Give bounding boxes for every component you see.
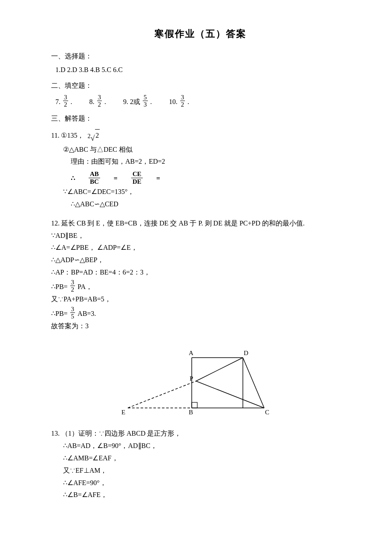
p11-reason: 理由：由图可知，AB=2，ED=2 (71, 156, 349, 168)
fill-item-8: 8. 3 2 . (89, 94, 107, 108)
fill-item-9: 9. 2或 5 3 . (123, 94, 152, 108)
section1-answers: 1.D 2.D 3.B 4.B 5.C 6.C (55, 64, 349, 76)
problem-12: 12. 延长 CB 到 E，使 EB=CB，连接 DE 交 AB 于 P. 则 … (51, 217, 349, 422)
svg-line-5 (243, 358, 264, 408)
p12-line7: 又∵PA+PB=AB=5， (51, 293, 349, 306)
p13-line3: 又∵EF⊥AM， (63, 465, 349, 477)
p13-line5: ∴∠B=∠AFE， (63, 489, 349, 501)
p13-line2: ∴∠AMB=∠EAF， (63, 452, 349, 465)
section3-title: 三、解答题： (51, 113, 349, 125)
section1-title: 一、选择题： (51, 50, 349, 63)
fill-item-7: 7. 3 2 . (55, 94, 72, 108)
diagram-12: A D B C P E (119, 336, 281, 422)
p11-part2-label: ②△ABC 与△DEC 相似 (63, 144, 349, 156)
fill-num-7: 7. (55, 96, 61, 108)
svg-text:A: A (189, 350, 193, 356)
frac-9: 5 3 (143, 94, 148, 108)
frac-7: 3 2 (63, 94, 68, 108)
svg-line-7 (196, 358, 243, 381)
problem-11: 11. ①135， 2 √ 2 ②△ABC 与△DEC 相似 理由：由图可知，A… (51, 129, 349, 211)
fill-num-10: 10. (169, 96, 178, 108)
svg-line-6 (128, 381, 196, 408)
sqrt-2-2: 2 √ 2 (87, 129, 100, 142)
p12-line1: 12. 延长 CB 到 E，使 EB=CB，连接 DE 交 AB 于 P. 则 … (51, 217, 349, 230)
svg-line-8 (196, 381, 264, 408)
svg-text:C: C (265, 409, 269, 416)
p11-frac-row: ∴ AB BC = CE DE = (71, 171, 349, 185)
svg-text:P: P (190, 375, 193, 382)
fill-item-10: 10. 3 2 . (169, 94, 190, 108)
problem-13: 13. （1）证明：∵四边形 ABCD 是正方形， ∴AB=AD，∠B=90°，… (51, 428, 349, 501)
fill-num-8: 8. (89, 96, 95, 108)
p12-line3: ∴∠A=∠PBE， ∠ADP=∠E， (51, 242, 349, 254)
page-title: 寒假作业（五）答案 (51, 26, 349, 43)
svg-text:B: B (189, 409, 193, 416)
p13-intro: 13. （1）证明：∵四边形 ABCD 是正方形， (51, 428, 349, 440)
svg-text:E: E (121, 409, 125, 416)
section2-title: 二、填空题： (51, 80, 349, 92)
p11-line1: 11. ①135， 2 √ 2 (51, 129, 349, 142)
p11-sim-line: ∴△ABC∽△CED (71, 198, 349, 211)
frac-ce-de: CE DE (131, 171, 143, 185)
frac-3-2: 3 2 (70, 279, 75, 293)
frac-10: 3 2 (180, 94, 185, 108)
svg-rect-9 (192, 402, 197, 408)
p12-line8: ∴PB= 3 5 AB=3. (51, 306, 349, 320)
p12-line6: ∴PB= 3 2 PA， (51, 279, 349, 293)
fill-num-9: 9. (123, 96, 128, 108)
p13-line4: ∴∠AFE=90°， (63, 477, 349, 489)
section3: 三、解答题： 11. ①135， 2 √ 2 ②△ABC 与△DEC 相似 理由… (51, 113, 349, 501)
p12-line4: ∴△ADP∽△BEP， (51, 254, 349, 266)
p12-answer: 故答案为：3 (51, 320, 349, 332)
fill-answers-row: 7. 3 2 . 8. 3 2 . 9. 2或 5 3 . (55, 94, 349, 108)
section1: 一、选择题： 1.D 2.D 3.B 4.B 5.C 6.C (51, 50, 349, 77)
section2: 二、填空题： 7. 3 2 . 8. 3 2 . 9. 2或 5 3 (51, 80, 349, 108)
frac-3-5: 3 5 (70, 306, 75, 320)
p13-line1: ∴AB=AD，∠B=90°，AD∥BC， (63, 440, 349, 452)
p12-line5: ∴AP：BP=AD：BE=4：6=2：3， (51, 266, 349, 279)
frac-ab-bc: AB BC (89, 171, 100, 185)
p12-line2: ∵AD∥BE， (51, 230, 349, 242)
p11-angle-line: ∵∠ABC=∠DEC=135°， (63, 186, 349, 198)
frac-8: 3 2 (97, 94, 102, 108)
svg-text:D: D (244, 350, 248, 356)
